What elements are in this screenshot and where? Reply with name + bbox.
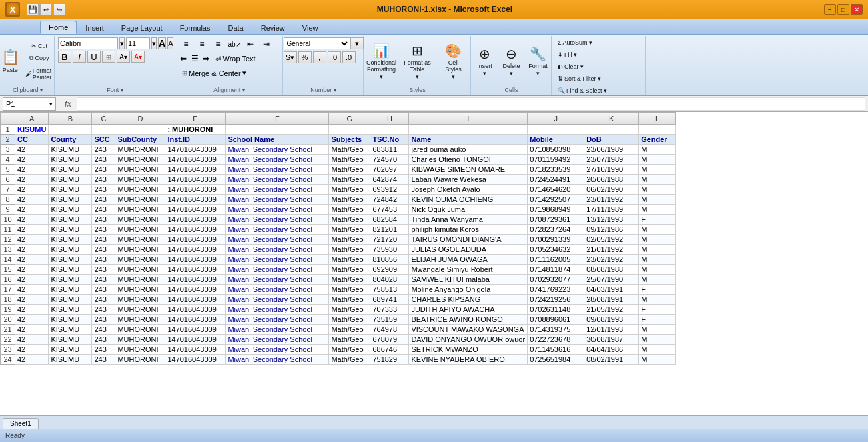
cell-K23[interactable]: 04/04/1986 xyxy=(584,345,639,355)
cell-C16[interactable]: 243 xyxy=(92,275,115,285)
cell-I4[interactable]: Charles Otieno TONGOI xyxy=(409,155,528,165)
cell-I7[interactable]: Joseph Oketch Ayalo xyxy=(409,185,528,195)
cell-F21[interactable]: Miwani Secondary School xyxy=(226,325,329,335)
row-number[interactable]: 3 xyxy=(1,145,15,155)
col-header-k[interactable]: K xyxy=(584,113,639,125)
row-number[interactable]: 8 xyxy=(1,195,15,205)
row-number[interactable]: 4 xyxy=(1,155,15,165)
cell-C8[interactable]: 243 xyxy=(92,195,115,205)
row-number[interactable]: 20 xyxy=(1,315,15,325)
cell-B9[interactable]: KISUMU xyxy=(49,205,92,215)
cell-C3[interactable]: 243 xyxy=(92,145,115,155)
font-size-dropdown[interactable]: ▾ xyxy=(151,37,157,49)
cell-L14[interactable]: M xyxy=(639,255,676,265)
cell-C10[interactable]: 243 xyxy=(92,215,115,225)
cell-L13[interactable]: M xyxy=(639,245,676,255)
cell-A10[interactable]: 42 xyxy=(15,215,49,225)
cell-F10[interactable]: Miwani Secondary School xyxy=(226,215,329,225)
col-header-a[interactable]: A xyxy=(15,113,49,125)
cell-L11[interactable]: M xyxy=(639,225,676,235)
cell-J19[interactable]: 0702631148 xyxy=(528,305,584,315)
cell-K6[interactable]: 20/06/1988 xyxy=(584,175,639,185)
merge-dropdown[interactable]: ▾ xyxy=(242,69,246,77)
cell-E3[interactable]: 147016043009 xyxy=(165,145,226,155)
cell-C17[interactable]: 243 xyxy=(92,285,115,295)
row-number[interactable]: 5 xyxy=(1,165,15,175)
cell-B4[interactable]: KISUMU xyxy=(49,155,92,165)
col-header-h[interactable]: H xyxy=(370,113,409,125)
col-header-e[interactable]: E xyxy=(165,113,226,125)
cell-D2[interactable]: SubCounty xyxy=(115,135,165,145)
cell-E14[interactable]: 147016043009 xyxy=(165,255,226,265)
cell-B1[interactable] xyxy=(49,125,92,135)
cell-G4[interactable]: Math/Geo xyxy=(329,155,370,165)
cell-A17[interactable]: 42 xyxy=(15,285,49,295)
cell-D12[interactable]: MUHORONI xyxy=(115,235,165,245)
cell-E13[interactable]: 147016043009 xyxy=(165,245,226,255)
quick-redo[interactable]: ↪ xyxy=(53,3,65,15)
insert-button[interactable]: ⊕ Insert ▾ xyxy=(473,41,497,82)
cell-J18[interactable]: 0724219256 xyxy=(528,295,584,305)
cell-F1[interactable] xyxy=(226,125,329,135)
row-number[interactable]: 6 xyxy=(1,175,15,185)
cell-F18[interactable]: Miwani Secondary School xyxy=(226,295,329,305)
cell-I1[interactable] xyxy=(409,125,528,135)
cell-L2[interactable]: Gender xyxy=(639,135,676,145)
cell-H5[interactable]: 702697 xyxy=(370,165,409,175)
sheet-tab-1[interactable]: Sheet1 xyxy=(3,418,39,429)
cell-G8[interactable]: Math/Geo xyxy=(329,195,370,205)
cell-J24[interactable]: 0725651984 xyxy=(528,355,584,365)
cell-G10[interactable]: Math/Geo xyxy=(329,215,370,225)
cell-K10[interactable]: 13/12/1993 xyxy=(584,215,639,225)
cell-C22[interactable]: 243 xyxy=(92,335,115,345)
indent-increase-button[interactable]: ⇥ xyxy=(259,37,274,51)
format-as-table-button[interactable]: ⊞ Format asTable ▾ xyxy=(401,41,434,82)
row-number[interactable]: 15 xyxy=(1,265,15,275)
cell-H18[interactable]: 689741 xyxy=(370,295,409,305)
cell-G13[interactable]: Math/Geo xyxy=(329,245,370,255)
minimize-btn[interactable]: − xyxy=(824,4,836,15)
cell-A9[interactable]: 42 xyxy=(15,205,49,215)
row-number[interactable]: 16 xyxy=(1,275,15,285)
cell-A11[interactable]: 42 xyxy=(15,225,49,235)
cell-D18[interactable]: MUHORONI xyxy=(115,295,165,305)
conditional-formatting-button[interactable]: 📊 ConditionalFormatting ▾ xyxy=(365,41,398,82)
cell-G7[interactable]: Math/Geo xyxy=(329,185,370,195)
cell-D4[interactable]: MUHORONI xyxy=(115,155,165,165)
cell-L8[interactable]: M xyxy=(639,195,676,205)
cell-J4[interactable]: 0701159492 xyxy=(528,155,584,165)
cell-E1[interactable]: : MUHORONI xyxy=(165,125,226,135)
cut-button[interactable]: ✂Cut xyxy=(23,41,57,51)
cell-I15[interactable]: Mwangale Simiyu Robert xyxy=(409,265,528,275)
cell-E15[interactable]: 147016043009 xyxy=(165,265,226,275)
cell-J6[interactable]: 0724524491 xyxy=(528,175,584,185)
cell-B19[interactable]: KISUMU xyxy=(49,305,92,315)
cell-H22[interactable]: 678079 xyxy=(370,335,409,345)
cell-D13[interactable]: MUHORONI xyxy=(115,245,165,255)
sort-dropdown[interactable]: ▾ xyxy=(598,75,601,82)
cell-E9[interactable]: 147016043009 xyxy=(165,205,226,215)
cell-F22[interactable]: Miwani Secondary School xyxy=(226,335,329,345)
cell-H12[interactable]: 721720 xyxy=(370,235,409,245)
cell-K9[interactable]: 17/11/1989 xyxy=(584,205,639,215)
cell-H24[interactable]: 751829 xyxy=(370,355,409,365)
row-number[interactable]: 1 xyxy=(1,125,15,135)
number-format-dropdown[interactable]: ▾ xyxy=(350,37,364,49)
tab-view[interactable]: View xyxy=(294,21,327,34)
cell-K24[interactable]: 08/02/1991 xyxy=(584,355,639,365)
cell-L15[interactable]: M xyxy=(639,265,676,275)
cell-G15[interactable]: Math/Geo xyxy=(329,265,370,275)
cell-F8[interactable]: Miwani Secondary School xyxy=(226,195,329,205)
format-painter-button[interactable]: 🖌Format Painter xyxy=(23,65,57,83)
cell-B7[interactable]: KISUMU xyxy=(49,185,92,195)
cell-B15[interactable]: KISUMU xyxy=(49,265,92,275)
cell-A19[interactable]: 42 xyxy=(15,305,49,315)
cell-D5[interactable]: MUHORONI xyxy=(115,165,165,175)
cell-G23[interactable]: Math/Geo xyxy=(329,345,370,355)
cell-A12[interactable]: 42 xyxy=(15,235,49,245)
cell-B12[interactable]: KISUMU xyxy=(49,235,92,245)
cell-I22[interactable]: DAVID ONYANGO OWUOR owuor xyxy=(409,335,528,345)
cell-A24[interactable]: 42 xyxy=(15,355,49,365)
cell-A14[interactable]: 42 xyxy=(15,255,49,265)
cell-I16[interactable]: SAMWEL KITUI malaba xyxy=(409,275,528,285)
